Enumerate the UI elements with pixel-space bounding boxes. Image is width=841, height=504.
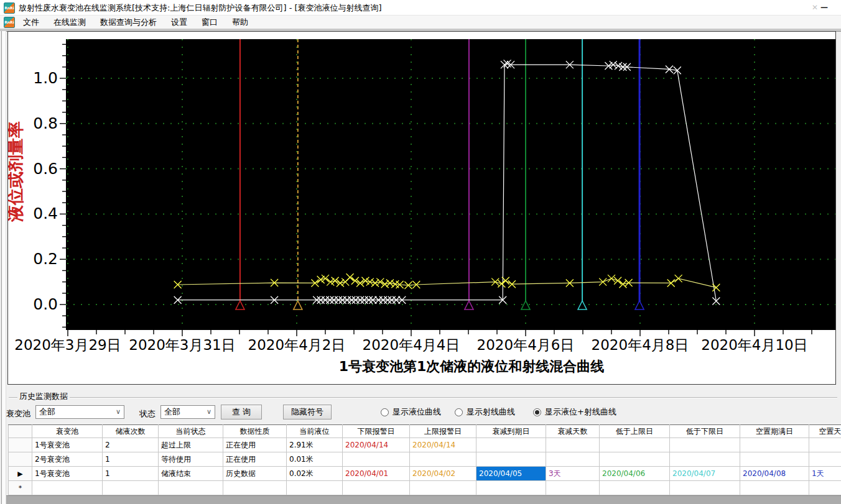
- table-cell[interactable]: 超过上限: [159, 438, 223, 452]
- table-cell[interactable]: 2020/04/07: [670, 467, 740, 481]
- table-cell[interactable]: 2: [103, 438, 159, 452]
- window-subtitle: [技术支持:上海仁日辐射防护设备有限公司] - [衰变池液位与射线查询]: [132, 2, 382, 14]
- table-cell[interactable]: [740, 481, 809, 495]
- table-cell[interactable]: [670, 452, 740, 467]
- row-selector[interactable]: [9, 452, 32, 467]
- table-cell[interactable]: [600, 452, 670, 467]
- table-cell[interactable]: 2号衰变池: [32, 452, 103, 467]
- current-row-arrow-icon[interactable]: ▶: [9, 467, 32, 481]
- pool-filter-label: 衰变池: [6, 408, 30, 419]
- table-cell[interactable]: 2020/04/14: [343, 438, 410, 452]
- menu-items: 文件在线监测数据查询与分析设置窗口帮助: [21, 16, 250, 29]
- status-filter-value: 全部: [164, 406, 180, 418]
- minimize-icon[interactable]: —: [819, 2, 830, 13]
- column-header[interactable]: 衰减到期日: [476, 425, 546, 438]
- menu-item-1[interactable]: 文件: [21, 16, 41, 29]
- column-header[interactable]: 低于上限日: [600, 425, 670, 438]
- column-header[interactable]: 衰变池: [32, 425, 103, 438]
- table-cell[interactable]: [740, 452, 809, 467]
- table-cell[interactable]: [546, 481, 600, 495]
- table-cell[interactable]: [476, 438, 546, 452]
- table-cell[interactable]: [670, 481, 740, 495]
- svg-text:0.4: 0.4: [33, 204, 58, 222]
- table-cell[interactable]: 1号衰变池: [32, 467, 103, 481]
- table-cell[interactable]: 1天: [809, 467, 841, 481]
- new-row-star-icon[interactable]: *: [9, 481, 32, 495]
- menu-item-3[interactable]: 数据查询与分析: [98, 16, 159, 29]
- table-cell[interactable]: [600, 481, 670, 495]
- table-cell[interactable]: [103, 481, 159, 495]
- menu-item-4[interactable]: 设置: [169, 16, 189, 29]
- table-cell[interactable]: 1: [103, 452, 159, 467]
- radio-option-1[interactable]: 显示液位曲线: [381, 407, 441, 417]
- table-cell[interactable]: [809, 481, 841, 495]
- table-cell[interactable]: 2020/04/08: [740, 467, 809, 481]
- table-cell[interactable]: [809, 438, 841, 452]
- column-header[interactable]: 低于下限日: [670, 425, 740, 438]
- svg-text:0.8: 0.8: [33, 114, 58, 132]
- column-header[interactable]: 上限报警日: [410, 425, 476, 438]
- table-cell[interactable]: 储液结束: [159, 467, 223, 481]
- pool-filter-select[interactable]: 全部 ∨: [35, 405, 124, 419]
- table-cell[interactable]: [600, 438, 670, 452]
- table-cell[interactable]: 3天: [546, 467, 600, 481]
- table-row-4: *: [9, 481, 841, 495]
- table-cell[interactable]: 0.01米: [287, 452, 343, 467]
- table-cell[interactable]: 1号衰变池: [32, 438, 103, 452]
- table-cell[interactable]: 2020/04/05: [476, 467, 546, 481]
- column-header[interactable]: 储液次数: [103, 425, 159, 438]
- radio-unchecked-icon[interactable]: [455, 408, 463, 416]
- column-header[interactable]: 当前液位: [287, 425, 343, 438]
- svg-text:0.2: 0.2: [33, 250, 58, 268]
- table-cell[interactable]: 2.91米: [287, 438, 343, 452]
- svg-text:2020年4月8日: 2020年4月8日: [592, 337, 689, 353]
- radio-option-3[interactable]: 显示液位+射线曲线: [533, 407, 616, 417]
- table-cell[interactable]: [476, 481, 546, 495]
- table-cell[interactable]: 正在使用: [223, 438, 287, 452]
- radio-option-2[interactable]: 显示射线曲线: [455, 407, 515, 417]
- radio-checked-icon[interactable]: [533, 408, 541, 416]
- table-cell[interactable]: [809, 452, 841, 467]
- table-cell[interactable]: 2020/04/02: [410, 467, 476, 481]
- column-header[interactable]: 空置期满日: [740, 425, 809, 438]
- status-filter-label: 状态: [139, 408, 156, 419]
- svg-text:2020年4月2日: 2020年4月2日: [248, 337, 346, 353]
- table-cell[interactable]: [410, 481, 476, 495]
- table-cell[interactable]: [740, 438, 809, 452]
- hide-symbols-button[interactable]: 隐藏符号: [283, 405, 332, 419]
- table-cell[interactable]: 1: [103, 467, 159, 481]
- column-header[interactable]: 衰减天数: [546, 425, 600, 438]
- table-cell[interactable]: [476, 452, 546, 467]
- table-cell[interactable]: [546, 452, 600, 467]
- table-cell[interactable]: 历史数据: [223, 467, 287, 481]
- table-cell[interactable]: 2020/04/01: [343, 467, 410, 481]
- table-cell[interactable]: [287, 481, 343, 495]
- table-cell[interactable]: [546, 438, 600, 452]
- table-cell[interactable]: [410, 452, 476, 467]
- row-selector[interactable]: [9, 438, 32, 452]
- table-cell[interactable]: [32, 481, 103, 495]
- column-header[interactable]: 下限报警日: [343, 425, 410, 438]
- query-button[interactable]: 查 询: [221, 405, 262, 419]
- column-header[interactable]: 空置天数: [809, 425, 841, 438]
- table-cell[interactable]: 2020/04/06: [600, 467, 670, 481]
- chevron-down-icon: ∨: [116, 408, 121, 416]
- table-cell[interactable]: [670, 438, 740, 452]
- menu-item-6[interactable]: 帮助: [230, 16, 250, 29]
- table-cell[interactable]: 正在使用: [223, 452, 287, 467]
- radio-unchecked-icon[interactable]: [381, 408, 389, 416]
- menu-item-2[interactable]: 在线监测: [52, 16, 88, 29]
- table-cell[interactable]: [159, 481, 223, 495]
- table-footer-area: [6, 495, 841, 504]
- column-header[interactable]: 当前状态: [159, 425, 223, 438]
- table-cell[interactable]: 0.02米: [287, 467, 343, 481]
- chevron-down-icon: ∨: [207, 408, 211, 416]
- table-cell[interactable]: 2020/04/14: [410, 438, 476, 452]
- table-cell[interactable]: 等待使用: [159, 452, 223, 467]
- status-filter-select[interactable]: 全部 ∨: [160, 405, 215, 419]
- menu-item-5[interactable]: 窗口: [200, 16, 220, 29]
- table-cell[interactable]: [343, 452, 410, 467]
- table-cell[interactable]: [223, 481, 287, 495]
- column-header[interactable]: 数据性质: [223, 425, 287, 438]
- table-cell[interactable]: [343, 481, 410, 495]
